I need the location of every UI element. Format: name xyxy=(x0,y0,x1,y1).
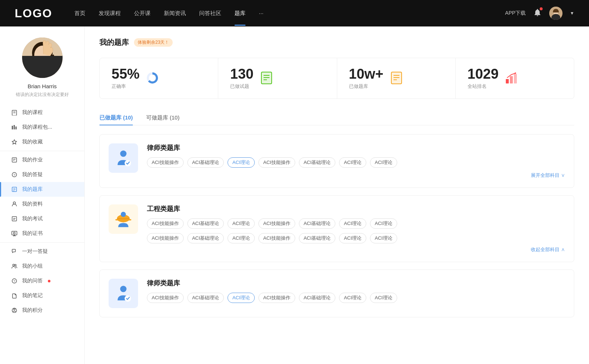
qbank-tag-selected[interactable]: ACI理论 xyxy=(228,157,255,168)
sidebar-item-course-package[interactable]: 我的课程包... xyxy=(0,120,84,135)
nav-qbank[interactable]: 题库 xyxy=(234,10,246,17)
qbank-tag[interactable]: ACI理论 xyxy=(228,218,255,229)
nav-qa[interactable]: 问答社区 xyxy=(199,10,221,17)
tab-available[interactable]: 可做题库 (10) xyxy=(146,111,180,125)
sidebar-item-my-course[interactable]: 我的课程 xyxy=(0,105,84,120)
qbank-section-lawyer-1: 律师类题库 ACI技能操作 ACI基础理论 ACI理论 ACI技能操作 ACI基… xyxy=(99,134,574,188)
navbar-menu: 首页 发现课程 公开课 新闻资讯 问答社区 题库 ··· xyxy=(74,10,490,17)
svg-rect-47 xyxy=(506,79,509,83)
tab-done[interactable]: 已做题库 (10) xyxy=(99,111,133,125)
sidebar-item-certificate-label: 我的证书 xyxy=(22,230,43,237)
svg-point-57 xyxy=(120,286,126,292)
sidebar-item-favorites[interactable]: 我的收藏 xyxy=(0,135,84,149)
stat-site-rank: 1029 全站排名 xyxy=(456,58,574,99)
qbank-tag[interactable]: ACI技能操作 xyxy=(258,293,295,303)
svg-rect-27 xyxy=(12,231,17,235)
sidebar-item-points[interactable]: 我的积分 xyxy=(0,303,84,318)
sidebar-item-qbank[interactable]: 我的题库 xyxy=(0,182,84,197)
svg-point-30 xyxy=(15,264,16,266)
stat-correct-rate-label: 正确率 xyxy=(112,83,140,90)
nav-discover[interactable]: 发现课程 xyxy=(99,10,121,17)
1on1-icon xyxy=(11,248,18,255)
sidebar-menu: 我的课程 我的课程包... 我的收藏 我的作业 xyxy=(0,105,84,318)
nav-home[interactable]: 首页 xyxy=(74,10,85,17)
sidebar-item-notes-label: 我的笔记 xyxy=(22,292,43,299)
qbank-title-engineer: 工程类题库 xyxy=(147,204,565,213)
sidebar-item-my-qa[interactable]: ? 我的答疑 xyxy=(0,167,84,182)
nav-open-course[interactable]: 公开课 xyxy=(134,10,151,17)
stat-done-questions-value: 130 xyxy=(230,67,253,81)
qbank-tag[interactable]: ACI理论 xyxy=(370,293,397,303)
qbank-tag[interactable]: ACI基础理论 xyxy=(187,293,224,303)
sidebar-item-profile[interactable]: 我的资料 xyxy=(0,197,84,211)
qbank-tag[interactable]: ACI理论 xyxy=(339,218,366,229)
sidebar-item-1on1[interactable]: 一对一答疑 xyxy=(0,244,84,259)
nav-news[interactable]: 新闻资讯 xyxy=(164,10,186,17)
svg-rect-49 xyxy=(514,74,517,83)
qbank-tags-engineer-row1: ACI技能操作 ACI基础理论 ACI理论 ACI技能操作 ACI基础理论 AC… xyxy=(147,218,565,229)
svg-point-6 xyxy=(29,65,55,78)
qbank-tag[interactable]: ACI技能操作 xyxy=(258,218,295,229)
sidebar-item-my-qa-label: 我的答疑 xyxy=(22,171,43,178)
qbank-tags-lawyer-2: ACI技能操作 ACI基础理论 ACI理论 ACI技能操作 ACI基础理论 AC… xyxy=(147,293,565,303)
sidebar-item-exam[interactable]: 我的考试 xyxy=(0,211,84,226)
qbank-tag[interactable]: ACI基础理论 xyxy=(187,218,224,229)
qbank-tag[interactable]: ACI技能操作 xyxy=(147,157,184,168)
notes-icon xyxy=(11,292,18,299)
notification-bell[interactable] xyxy=(533,8,542,18)
qbank-tag[interactable]: ACI基础理论 xyxy=(187,157,224,168)
sidebar-item-group[interactable]: 我的小组 xyxy=(0,259,84,274)
my-course-icon xyxy=(11,109,18,116)
homework-icon xyxy=(11,157,18,163)
stat-done-questions-icon xyxy=(260,71,274,86)
qbank-tag[interactable]: ACI理论 xyxy=(370,218,397,229)
sidebar-item-exam-label: 我的考试 xyxy=(22,215,43,222)
stat-correct-rate: 55% 正确率 xyxy=(100,58,218,99)
tabs: 已做题库 (10) 可做题库 (10) xyxy=(99,111,574,125)
qbank-content-lawyer-2: 律师类题库 ACI技能操作 ACI基础理论 ACI理论 ACI技能操作 ACI基… xyxy=(147,279,565,307)
qbank-tag[interactable]: ACI理论 xyxy=(370,157,397,168)
sidebar-item-qbank-label: 我的题库 xyxy=(22,186,43,193)
sidebar-item-homework[interactable]: 我的作业 xyxy=(0,153,84,167)
qbank-tag[interactable]: ACI理论 xyxy=(339,233,366,243)
qbank-tag[interactable]: ACI基础理论 xyxy=(299,157,336,168)
navbar: LOGO 首页 发现课程 公开课 新闻资讯 问答社区 题库 ··· APP下载 xyxy=(0,0,589,26)
qbank-tag[interactable]: ACI基础理论 xyxy=(299,233,336,243)
favorites-icon xyxy=(11,139,18,145)
qbank-tag[interactable]: ACI技能操作 xyxy=(258,157,295,168)
profile-icon xyxy=(11,201,18,207)
qbank-title-lawyer-1: 律师类题库 xyxy=(147,143,565,152)
qbank-tag-selected[interactable]: ACI理论 xyxy=(228,293,255,303)
app-download-button[interactable]: APP下载 xyxy=(505,10,526,17)
qbank-tag[interactable]: ACI基础理论 xyxy=(187,233,224,243)
qbank-expand-lawyer-1[interactable]: 展开全部科目 ∨ xyxy=(147,172,565,179)
sidebar-item-questions[interactable]: ? 我的问答 xyxy=(0,274,84,288)
qbank-tag[interactable]: ACI理论 xyxy=(339,157,366,168)
qbank-tag[interactable]: ACI技能操作 xyxy=(147,233,184,243)
nav-more[interactable]: ··· xyxy=(259,10,264,17)
sidebar-item-my-course-label: 我的课程 xyxy=(22,109,43,116)
page-header: 我的题库 体验剩余23天！ xyxy=(99,38,574,47)
qbank-tag[interactable]: ACI技能操作 xyxy=(258,233,295,243)
qbank-title-lawyer-2: 律师类题库 xyxy=(147,279,565,288)
doc-orange-icon xyxy=(389,71,403,85)
qbank-tag[interactable]: ACI理论 xyxy=(339,293,366,303)
chart-red-icon xyxy=(504,71,518,85)
qbank-tag[interactable]: ACI技能操作 xyxy=(147,218,184,229)
qbank-tag[interactable]: ACI理论 xyxy=(370,233,397,243)
user-dropdown-arrow[interactable]: ▼ xyxy=(570,11,574,16)
user-avatar[interactable] xyxy=(549,7,562,20)
sidebar-item-notes[interactable]: 我的笔记 xyxy=(0,288,84,303)
qbank-tag[interactable]: ACI理论 xyxy=(228,233,255,243)
sidebar-item-favorites-label: 我的收藏 xyxy=(22,139,43,145)
qbank-icon-lawyer-2 xyxy=(109,279,138,308)
qbank-section-lawyer-2: 律师类题库 ACI技能操作 ACI基础理论 ACI理论 ACI技能操作 ACI基… xyxy=(99,270,574,317)
svg-point-36 xyxy=(149,75,156,82)
qbank-tag[interactable]: ACI基础理论 xyxy=(299,218,336,229)
qbank-tag[interactable]: ACI技能操作 xyxy=(147,293,184,303)
svg-rect-11 xyxy=(14,125,15,129)
svg-rect-55 xyxy=(115,219,131,220)
qbank-expand-engineer[interactable]: 收起全部科目 ∧ xyxy=(147,246,565,253)
qbank-tag[interactable]: ACI基础理论 xyxy=(299,293,336,303)
sidebar-item-certificate[interactable]: 我的证书 xyxy=(0,226,84,241)
